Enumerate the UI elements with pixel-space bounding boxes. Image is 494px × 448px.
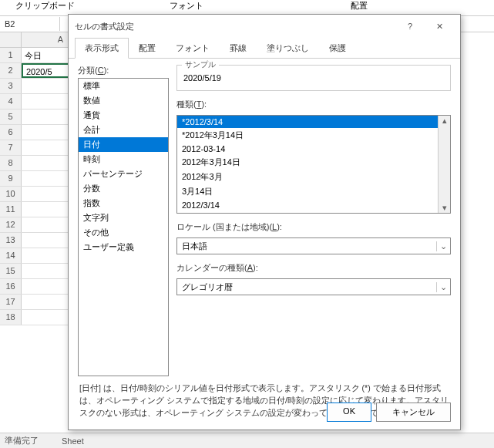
type-item[interactable]: 2012年3月14日 <box>177 155 438 170</box>
row-header[interactable]: 6 <box>0 125 22 140</box>
sample-value: 2020/5/19 <box>182 70 445 86</box>
cancel-button[interactable]: キャンセル <box>376 403 451 422</box>
tab-3[interactable]: 罫線 <box>220 38 257 59</box>
ribbon-group-align: 配置 <box>351 0 368 12</box>
row-header[interactable]: 11 <box>0 202 22 217</box>
status-ready: 準備完了 <box>5 435 39 446</box>
category-item[interactable]: 時刻 <box>79 152 168 167</box>
category-listbox[interactable]: 標準数値通貨会計日付時刻パーセンテージ分数指数文字列その他ユーザー定義 <box>78 78 169 376</box>
scroll-down-icon[interactable]: ▾ <box>442 203 447 213</box>
type-item[interactable]: 2012/3/14 <box>177 199 438 211</box>
sample-box: サンプル 2020/5/19 <box>176 65 451 91</box>
tab-0[interactable]: 表示形式 <box>75 38 129 59</box>
locale-label: ロケール (国または地域)(L): <box>176 221 451 233</box>
category-item[interactable]: 日付 <box>79 137 168 152</box>
ribbon-group-clipboard: クリップボード <box>15 0 75 12</box>
row-header[interactable]: 8 <box>0 156 22 170</box>
category-item[interactable]: その他 <box>79 225 168 240</box>
locale-value: 日本語 <box>177 241 436 252</box>
locale-combo[interactable]: 日本語 ⌄ <box>176 237 451 254</box>
category-item[interactable]: 指数 <box>79 196 168 211</box>
category-item[interactable]: 通貨 <box>79 108 168 123</box>
dialog-title: セルの書式設定 <box>75 21 395 32</box>
type-item[interactable]: *2012年3月14日 <box>177 128 438 143</box>
name-box[interactable]: B2 <box>0 17 60 31</box>
dialog-tabs: 表示形式配置フォント罫線塗りつぶし保護 <box>69 38 460 59</box>
row-header[interactable]: 7 <box>0 140 22 155</box>
close-button[interactable]: ✕ <box>425 17 454 36</box>
row-header[interactable]: 18 <box>0 310 22 325</box>
tab-5[interactable]: 保護 <box>319 38 356 59</box>
ribbon-group-font: フォント <box>170 0 203 12</box>
scroll-up-icon[interactable]: ▴ <box>442 116 447 126</box>
row-header[interactable]: 10 <box>0 187 22 201</box>
category-item[interactable]: 数値 <box>79 93 168 108</box>
row-header[interactable]: 14 <box>0 248 22 263</box>
row-header[interactable]: 15 <box>0 264 22 278</box>
category-item[interactable]: 文字列 <box>79 211 168 225</box>
category-item[interactable]: パーセンテージ <box>79 167 168 181</box>
help-button[interactable]: ? <box>395 17 425 35</box>
sample-label: サンプル <box>182 59 219 70</box>
row-header[interactable]: 4 <box>0 94 22 109</box>
scrollbar[interactable]: ▴▾ <box>438 116 450 213</box>
row-header[interactable]: 3 <box>0 79 22 93</box>
chevron-down-icon: ⌄ <box>436 241 450 251</box>
category-item[interactable]: 会計 <box>79 123 168 137</box>
chevron-down-icon: ⌄ <box>436 282 450 292</box>
category-label: 分類(C): <box>78 65 169 76</box>
type-item[interactable]: 3月14日 <box>177 184 438 199</box>
type-item[interactable]: 2012年3月 <box>177 170 438 184</box>
tab-4[interactable]: 塗りつぶし <box>257 38 319 59</box>
format-cells-dialog: セルの書式設定 ? ✕ 表示形式配置フォント罫線塗りつぶし保護 分類(C): 標… <box>68 14 461 430</box>
ok-button[interactable]: OK <box>327 403 371 422</box>
row-header[interactable]: 5 <box>0 109 22 124</box>
type-item[interactable]: *2012/3/14 <box>177 116 438 128</box>
select-all-corner[interactable] <box>0 32 22 47</box>
row-header[interactable]: 1 <box>0 48 22 62</box>
category-item[interactable]: 標準 <box>79 79 168 93</box>
type-listbox[interactable]: *2012/3/14*2012年3月14日2012-03-142012年3月14… <box>176 115 451 214</box>
type-item[interactable]: 2012-03-14 <box>177 143 438 155</box>
row-header[interactable]: 9 <box>0 171 22 186</box>
category-item[interactable]: ユーザー定義 <box>79 240 168 254</box>
category-item[interactable]: 分数 <box>79 181 168 196</box>
row-header[interactable]: 17 <box>0 295 22 309</box>
calendar-label: カレンダーの種類(A): <box>176 262 451 274</box>
row-header[interactable]: 16 <box>0 279 22 294</box>
row-header[interactable]: 12 <box>0 217 22 232</box>
row-header[interactable]: 2 <box>0 63 22 78</box>
tab-1[interactable]: 配置 <box>129 38 166 59</box>
tab-2[interactable]: フォント <box>166 38 220 59</box>
sheet-tab[interactable]: Sheet <box>62 436 84 446</box>
row-header[interactable]: 13 <box>0 233 22 248</box>
type-label: 種類(T): <box>176 99 451 110</box>
calendar-combo[interactable]: グレゴリオ暦 ⌄ <box>176 278 451 295</box>
calendar-value: グレゴリオ暦 <box>177 281 436 293</box>
